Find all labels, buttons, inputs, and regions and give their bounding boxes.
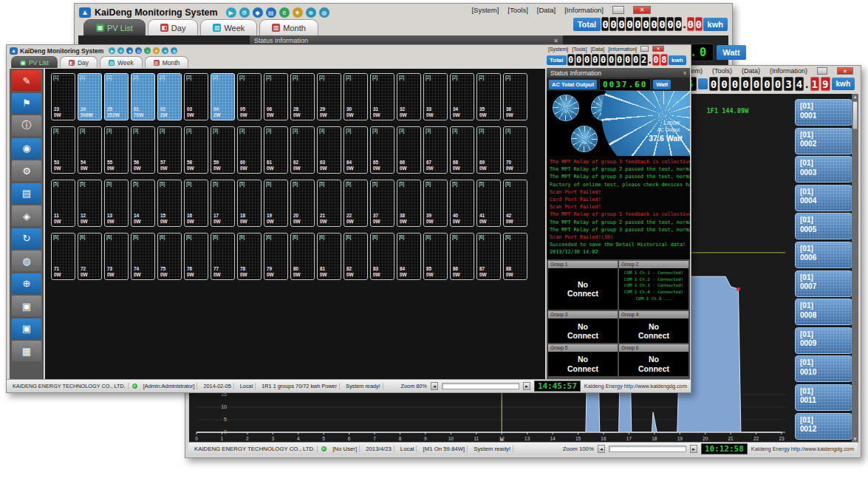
tab-month[interactable]: ▥Month: [259, 19, 318, 35]
pv-module-cell[interactable]: [5]400W: [450, 180, 474, 227]
pv-module-cell[interactable]: [3]600W: [237, 126, 262, 174]
pv-module-cell[interactable]: [6]830W: [370, 233, 394, 280]
menu-data[interactable]: [Data]: [590, 47, 604, 52]
list-scrollbar[interactable]: ▲ ▼: [852, 94, 858, 443]
close-button[interactable]: ✕: [652, 46, 664, 52]
pv-module-cell[interactable]: [5]130W: [104, 180, 129, 227]
pv-module-cell[interactable]: [5]150W: [157, 180, 182, 227]
zoom-in-button[interactable]: ►: [523, 382, 530, 390]
pv-module-cell[interactable]: [3]660W: [397, 126, 421, 174]
zoom-slider[interactable]: [609, 446, 686, 452]
pv-module-cell[interactable]: [2]340W: [450, 73, 474, 120]
pv-module-cell[interactable]: [3]690W: [476, 126, 501, 174]
e-icon[interactable]: e: [144, 47, 151, 54]
pv-module-cell[interactable]: [6]710W: [51, 233, 75, 280]
pv-module-cell[interactable]: [2]360W: [503, 73, 527, 120]
tab-month[interactable]: ▥Month: [145, 56, 189, 68]
pv-module-cell[interactable]: [3]620W: [290, 126, 315, 174]
book-icon[interactable]: ▤: [266, 7, 276, 18]
pin-icon[interactable]: ♦: [293, 7, 303, 18]
pv-module-cell[interactable]: [6]840W: [397, 233, 421, 280]
settings-icon[interactable]: ⚙: [239, 7, 250, 18]
tab-pv-list[interactable]: ▦PV List: [83, 19, 146, 35]
pv-module-cell[interactable]: [6]780W: [237, 233, 262, 280]
pv-module-cell[interactable]: [6]750W: [157, 233, 182, 280]
pv-module-cell[interactable]: [2]300W: [344, 73, 368, 120]
inverter-list-item[interactable]: [01]0003: [795, 156, 852, 183]
pv-module-cell[interactable]: [5]160W: [184, 180, 208, 227]
menu-tools[interactable]: (Tools): [712, 67, 732, 75]
pv-module-cell[interactable]: [5]120W: [78, 180, 102, 227]
pv-module-cell[interactable]: [6]760W: [184, 233, 208, 280]
pv-module-cell[interactable]: [5]390W: [423, 180, 448, 227]
pv-module-cell[interactable]: [5]420W: [503, 180, 527, 227]
watt-button[interactable]: Watt: [653, 80, 671, 89]
globe-icon[interactable]: ◍: [319, 7, 329, 18]
inverter-list-item[interactable]: [01]0008: [795, 299, 852, 325]
pv-module-cell[interactable]: [3]590W: [211, 126, 235, 174]
pv-module-cell[interactable]: [5]370W: [370, 180, 394, 227]
pv-module-cell[interactable]: [6]740W: [131, 233, 155, 280]
pv-module-cell[interactable]: [3]630W: [317, 126, 341, 174]
close-button[interactable]: ✕: [837, 67, 853, 75]
inverter-list-item[interactable]: [01]0005: [795, 213, 852, 239]
report-icon[interactable]: ▤: [12, 183, 41, 204]
pv-module-cell[interactable]: [3]610W: [264, 126, 288, 174]
pv-module-cell[interactable]: [2]022W: [157, 73, 182, 120]
pv-module-cell[interactable]: [2]060W: [264, 73, 288, 120]
pv-module-cell[interactable]: [2]042W: [211, 73, 235, 120]
zoom-slider[interactable]: [442, 383, 519, 389]
e-icon[interactable]: e: [279, 7, 290, 18]
pv-module-cell[interactable]: [6]820W: [344, 233, 368, 280]
drop-icon[interactable]: ◍: [12, 250, 41, 271]
scrollbar-thumb[interactable]: [852, 101, 858, 129]
pv-module-cell[interactable]: [6]860W: [450, 233, 474, 280]
pv-module-cell[interactable]: [2]330W: [423, 73, 448, 120]
play-icon[interactable]: ▶: [109, 47, 115, 54]
pv-module-cell[interactable]: [3]560W: [131, 126, 155, 174]
pv-module-cell[interactable]: [5]170W: [211, 180, 235, 227]
close-button[interactable]: ✕: [633, 6, 651, 14]
pv-module-cell[interactable]: [3]580W: [184, 126, 208, 174]
menu-data[interactable]: [Data]: [537, 6, 556, 14]
inverter-list-item[interactable]: [01]0011: [795, 384, 852, 411]
zoom-out-button[interactable]: ◄: [431, 382, 438, 390]
inverter-list-item[interactable]: [01]0002: [795, 128, 852, 154]
minimize-button[interactable]: [640, 46, 649, 52]
settings-icon[interactable]: ⚙: [117, 47, 124, 54]
pv-module-cell[interactable]: [2]290W: [317, 73, 341, 120]
inverter-list-item[interactable]: [01]0009: [795, 327, 852, 354]
pv-module-cell[interactable]: [6]730W: [104, 233, 129, 280]
pv-module-cell[interactable]: [3]670W: [423, 126, 448, 174]
pv-module-cell[interactable]: [5]110W: [51, 180, 75, 227]
snapshot-icon[interactable]: ▣: [12, 318, 41, 339]
pv-module-cell[interactable]: [3]680W: [450, 126, 474, 174]
pv-module-cell[interactable]: [3]550W: [104, 126, 129, 174]
zoom-out-button[interactable]: ◄: [598, 445, 605, 453]
pv-module-cell[interactable]: [5]210W: [317, 180, 341, 227]
pv-module-cell[interactable]: [2]280W: [290, 73, 315, 120]
lock-icon[interactable]: ◆: [126, 47, 133, 54]
pv-module-cell[interactable]: [6]800W: [290, 233, 315, 280]
menu-tools[interactable]: [Tools]: [572, 47, 587, 52]
close-icon[interactable]: ✕: [553, 38, 558, 44]
tab-day[interactable]: ◧Day: [60, 56, 98, 68]
pv-module-cell[interactable]: [6]870W: [476, 233, 501, 280]
pv-module-cell[interactable]: [3]530W: [51, 126, 75, 174]
book-icon[interactable]: ▤: [135, 47, 142, 54]
close-icon[interactable]: x: [683, 69, 686, 76]
pin-icon[interactable]: ♦: [153, 47, 160, 54]
tab-pv-list[interactable]: ▦PV List: [11, 56, 58, 68]
power-icon[interactable]: ◉: [12, 138, 41, 159]
menu-information[interactable]: (Information): [770, 67, 807, 75]
pv-module-cell[interactable]: [5]180W: [237, 180, 262, 227]
tab-day[interactable]: ◧Day: [148, 19, 199, 35]
menu-data[interactable]: (Data): [742, 67, 760, 75]
pv-module-cell[interactable]: [6]850W: [423, 233, 448, 280]
pv-module-cell[interactable]: [5]410W: [476, 180, 501, 227]
minimize-button[interactable]: [817, 67, 827, 75]
pv-module-cell[interactable]: [3]650W: [370, 126, 394, 174]
pv-module-cell[interactable]: [2]350W: [476, 73, 501, 120]
tab-week[interactable]: ▧Week: [200, 19, 257, 35]
zoom-in-icon[interactable]: ⊕: [306, 7, 316, 18]
